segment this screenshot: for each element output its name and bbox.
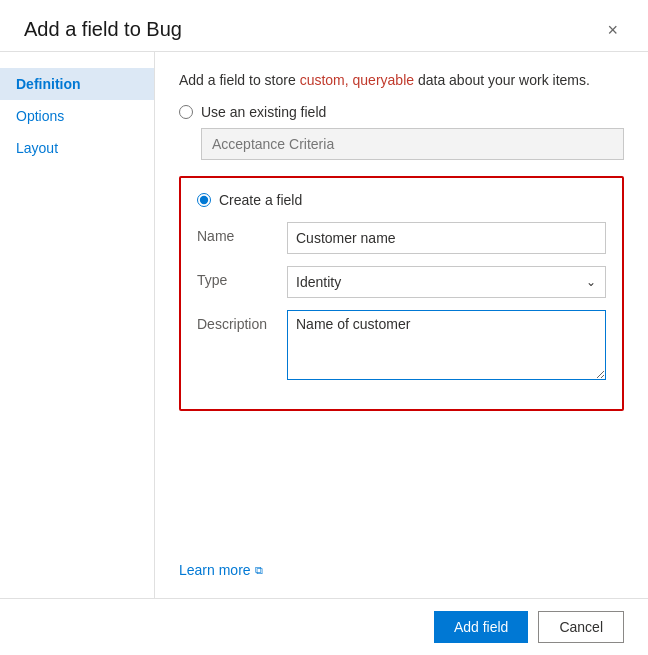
dialog-footer: Add field Cancel bbox=[0, 598, 648, 655]
name-input[interactable] bbox=[287, 222, 606, 254]
learn-more-label: Learn more bbox=[179, 562, 251, 578]
external-link-icon: ⧉ bbox=[255, 564, 263, 577]
sidebar-item-options[interactable]: Options bbox=[0, 100, 154, 132]
sidebar-item-definition[interactable]: Definition bbox=[0, 68, 154, 100]
type-select[interactable]: Identity String Integer DateTime Boolean… bbox=[287, 266, 606, 298]
add-field-button[interactable]: Add field bbox=[434, 611, 528, 643]
sidebar-item-layout[interactable]: Layout bbox=[0, 132, 154, 164]
existing-field-row: Use an existing field bbox=[179, 104, 624, 120]
create-field-label[interactable]: Create a field bbox=[219, 192, 302, 208]
description-text: Add a field to store custom, queryable d… bbox=[179, 72, 624, 88]
learn-more-row: Learn more ⧉ bbox=[179, 554, 624, 578]
create-field-header: Create a field bbox=[197, 192, 606, 208]
dialog-body: Definition Options Layout Add a field to… bbox=[0, 52, 648, 598]
description-label: Description bbox=[197, 310, 287, 332]
sidebar: Definition Options Layout bbox=[0, 52, 155, 598]
create-field-box: Create a field Name Type Identity bbox=[179, 176, 624, 411]
dialog-title: Add a field to Bug bbox=[24, 18, 182, 41]
description-textarea[interactable]: Name of customer bbox=[287, 310, 606, 380]
existing-field-input[interactable] bbox=[201, 128, 624, 160]
type-select-wrapper: Identity String Integer DateTime Boolean… bbox=[287, 266, 606, 298]
name-label: Name bbox=[197, 222, 287, 244]
existing-field-label[interactable]: Use an existing field bbox=[201, 104, 326, 120]
type-row: Type Identity String Integer DateTime Bo… bbox=[197, 266, 606, 298]
close-button[interactable]: × bbox=[601, 19, 624, 41]
existing-field-radio[interactable] bbox=[179, 105, 193, 119]
name-row: Name bbox=[197, 222, 606, 254]
cancel-button[interactable]: Cancel bbox=[538, 611, 624, 643]
type-label: Type bbox=[197, 266, 287, 288]
description-row: Description Name of customer bbox=[197, 310, 606, 383]
dialog-header: Add a field to Bug × bbox=[0, 0, 648, 52]
main-content: Add a field to store custom, queryable d… bbox=[155, 52, 648, 598]
name-control bbox=[287, 222, 606, 254]
create-field-radio[interactable] bbox=[197, 193, 211, 207]
dialog: Add a field to Bug × Definition Options … bbox=[0, 0, 648, 655]
description-control: Name of customer bbox=[287, 310, 606, 383]
type-control: Identity String Integer DateTime Boolean… bbox=[287, 266, 606, 298]
learn-more-link[interactable]: Learn more ⧉ bbox=[179, 562, 263, 578]
